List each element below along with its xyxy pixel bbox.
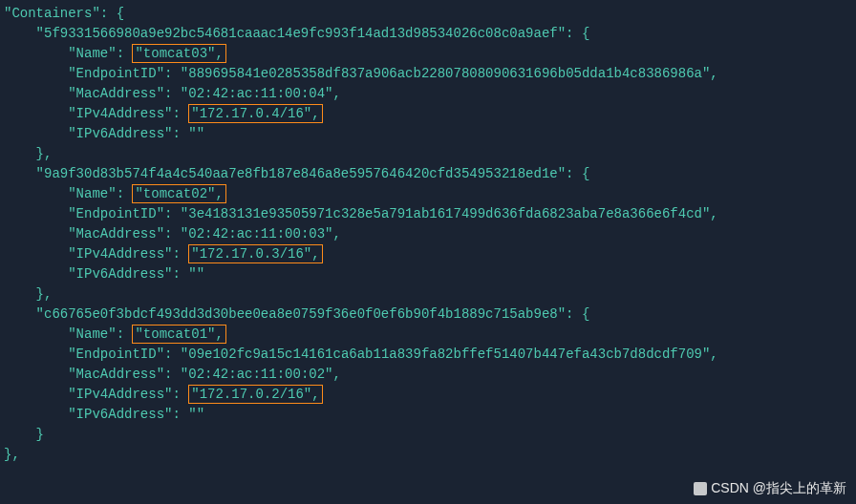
name-row: "Name": "tomcat01", [0, 325, 856, 345]
outer-close: }, [0, 445, 856, 465]
container-id: "c66765e0f3bdcf493dd3d30bee0ea8e0759f36e… [0, 304, 856, 325]
watermark: CSDN @指尖上的革新 [694, 478, 846, 498]
container-id: "5f9331566980a9e92bc54681caaac14e9fc993f… [0, 24, 856, 44]
close-brace: }, [0, 284, 856, 304]
ipv6-row: "IPv6Address": "" [0, 264, 856, 284]
ipv4-row: "IPv4Address": "172.17.0.4/16", [0, 104, 856, 124]
container-id: "9a9f30d83b574f4a4c540aa7e8fb187e846a8e5… [0, 164, 856, 184]
ipv6-row: "IPv6Address": "" [0, 124, 856, 144]
name-highlight: "tomcat03", [132, 44, 225, 63]
code-block: "Containers": { "5f9331566980a9e92bc5468… [0, 4, 856, 465]
ipv4-highlight: "172.17.0.4/16", [188, 104, 322, 123]
mac-row: "MacAddress": "02:42:ac:11:00:04", [0, 84, 856, 104]
endpoint-row: "EndpointID": "3e4183131e93505971c328e5a… [0, 204, 856, 224]
ipv4-highlight: "172.17.0.3/16", [188, 244, 322, 263]
ipv4-row: "IPv4Address": "172.17.0.3/16", [0, 244, 856, 264]
name-row: "Name": "tomcat02", [0, 184, 856, 204]
mac-row: "MacAddress": "02:42:ac:11:00:03", [0, 224, 856, 244]
endpoint-row: "EndpointID": "09e102fc9a15c14161ca6ab11… [0, 345, 856, 365]
ipv4-row: "IPv4Address": "172.17.0.2/16", [0, 385, 856, 405]
watermark-prefix: CSDN [711, 480, 753, 495]
close-brace: }, [0, 144, 856, 164]
endpoint-row: "EndpointID": "889695841e0285358df837a90… [0, 64, 856, 84]
csdn-logo-icon [694, 482, 707, 495]
ipv4-highlight: "172.17.0.2/16", [188, 385, 322, 404]
name-highlight: "tomcat01", [132, 325, 225, 344]
watermark-text: @指尖上的革新 [753, 480, 846, 495]
ipv6-row: "IPv6Address": "" [0, 405, 856, 425]
containers-header: "Containers": { [0, 4, 856, 24]
close-brace: } [0, 425, 856, 445]
name-highlight: "tomcat02", [132, 184, 225, 203]
mac-row: "MacAddress": "02:42:ac:11:00:02", [0, 365, 856, 385]
name-row: "Name": "tomcat03", [0, 44, 856, 64]
